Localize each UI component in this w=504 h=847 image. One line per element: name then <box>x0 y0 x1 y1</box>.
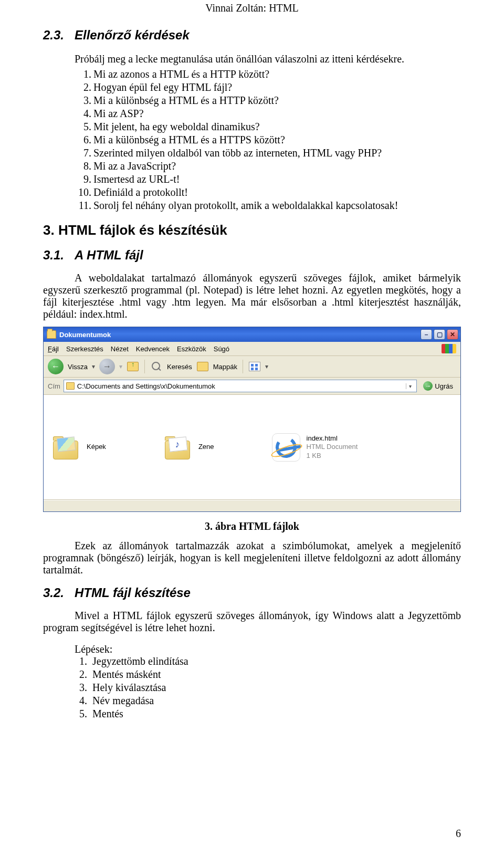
pictures-folder-icon <box>52 435 80 459</box>
file-size: 1 KB <box>307 452 358 460</box>
folder-icon <box>47 330 56 339</box>
go-label: Ugrás <box>435 382 453 390</box>
address-bar: Cím C:\Documents and Settings\x\Dokument… <box>44 378 460 395</box>
question-text: Mi az a JavaScript? <box>93 160 176 172</box>
question-item: 1.Mi az azonos a HTML és a HTTP között? <box>76 68 461 80</box>
maximize-button[interactable]: ▢ <box>434 329 445 340</box>
views-button[interactable] <box>248 361 261 372</box>
menu-favorites[interactable]: Kedvencek <box>136 345 170 353</box>
step-text: Jegyzettömb elindítása <box>92 655 188 667</box>
question-item: 5.Mit jelent, ha egy weboldal dinamikus? <box>76 121 461 133</box>
heading-3-number: 3. <box>43 222 55 238</box>
forward-button[interactable]: → <box>99 359 115 374</box>
file-item-index-html[interactable]: index.html HTML Document 1 KB <box>272 402 358 492</box>
step-item: 3.Hely kiválasztása <box>75 682 461 694</box>
address-input[interactable]: C:\Documents and Settings\x\Dokumentumok… <box>64 380 417 392</box>
back-dropdown[interactable]: ▾ <box>92 363 95 370</box>
windows-flag-icon <box>442 344 456 353</box>
question-text: Hogyan épül fel egy HTML fájl? <box>93 81 232 93</box>
question-item: 9.Ismertesd az URL-t! <box>76 173 461 185</box>
steps-list: 1.Jegyzettömb elindítása 2.Mentés máskén… <box>75 655 461 720</box>
go-arrow-icon: → <box>423 381 433 391</box>
folders-label[interactable]: Mappák <box>213 363 237 371</box>
menu-view[interactable]: Nézet <box>111 345 129 353</box>
explorer-window: Dokumentumok – ▢ ✕ Fájl Szerkesztés Néze… <box>43 327 461 512</box>
menu-help[interactable]: Súgó <box>214 345 229 353</box>
minimize-button[interactable]: – <box>421 329 432 340</box>
heading-3-2-number: 3.2. <box>43 585 75 600</box>
page-header-author: Vinnai Zoltán: HTML <box>43 2 461 14</box>
paragraph-3-2: Mivel a HTML fájlok egyszerű szöveges ál… <box>43 610 461 634</box>
views-dropdown[interactable]: ▾ <box>265 363 268 370</box>
question-text: Sorolj fel néhány olyan protokollt, amik… <box>93 200 398 211</box>
music-folder-icon <box>164 435 192 459</box>
question-item: 10.Definiáld a protokollt! <box>76 186 461 198</box>
ie-document-icon <box>272 433 300 462</box>
forward-dropdown[interactable]: ▾ <box>119 363 122 370</box>
question-item: 11.Sorolj fel néhány olyan protokollt, a… <box>76 200 461 212</box>
address-path: C:\Documents and Settings\x\Dokumentumok <box>77 382 406 390</box>
step-item: 4.Név megadása <box>75 695 461 707</box>
close-button[interactable]: ✕ <box>447 329 458 340</box>
page-number: 6 <box>456 828 461 840</box>
paragraph-after-figure: Ezek az állományok tartalmazzák azokat a… <box>43 540 461 576</box>
up-button[interactable] <box>127 361 139 372</box>
step-text: Mentés másként <box>92 668 161 680</box>
file-type: HTML Document <box>307 443 358 451</box>
heading-3-1-title: A HTML fájl <box>75 248 143 262</box>
paragraph-3-2-text: Mivel a HTML fájlok egyszerű szöveges ál… <box>43 610 461 633</box>
steps-label: Lépések: <box>75 643 461 655</box>
step-item: 2.Mentés másként <box>75 668 461 681</box>
file-name: index.html <box>307 434 358 443</box>
heading-2-3: 2.3.Ellenőrző kérdések <box>43 28 461 43</box>
question-text: Mi a különbség a HTML és a HTTPS között? <box>93 134 285 145</box>
heading-3-1: 3.1.A HTML fájl <box>43 248 461 263</box>
search-label[interactable]: Keresés <box>167 363 192 371</box>
question-list: 1.Mi az azonos a HTML és a HTTP között? … <box>76 68 461 212</box>
question-item: 6.Mi a különbség a HTML és a HTTPS közöt… <box>76 134 461 146</box>
heading-3-1-number: 3.1. <box>43 248 75 263</box>
step-text: Mentés <box>92 708 123 719</box>
step-text: Hely kiválasztása <box>92 682 166 693</box>
paragraph-3-1: A weboldalakat tartalmazó állományok egy… <box>43 272 461 320</box>
toolbar-separator <box>243 360 243 373</box>
heading-2-3-number: 2.3. <box>43 28 75 43</box>
figure-caption: 3. ábra HTML fájlok <box>43 520 461 532</box>
step-item: 5.Mentés <box>75 708 461 720</box>
question-item: 8.Mi az a JavaScript? <box>76 160 461 172</box>
menu-tools[interactable]: Eszközök <box>177 345 206 353</box>
window-titlebar[interactable]: Dokumentumok – ▢ ✕ <box>44 327 460 342</box>
question-item: 3.Mi a különbség a HTML és a HTTP között… <box>76 95 461 107</box>
question-item: 4.Mi az ASP? <box>76 108 461 120</box>
question-text: Szerinted milyen oldalból van több az in… <box>93 147 382 159</box>
question-text: Definiáld a protokollt! <box>93 186 188 198</box>
folder-item-pictures[interactable]: Képek <box>52 402 106 492</box>
toolbar-separator <box>144 360 145 373</box>
folders-icon[interactable] <box>196 361 209 372</box>
address-label: Cím <box>48 382 60 390</box>
step-text: Név megadása <box>92 695 154 706</box>
item-label: Zene <box>198 443 214 451</box>
heading-3: 3. HTML fájlok és készítésük <box>43 222 461 238</box>
menu-edit[interactable]: Szerkesztés <box>66 345 103 353</box>
go-button[interactable]: → Ugrás <box>420 380 456 392</box>
toolbar: ← Vissza ▾ → ▾ Keresés Mappák ▾ <box>44 356 460 378</box>
folder-item-music[interactable]: Zene <box>164 402 214 492</box>
question-text: Mit jelent, ha egy weboldal dinamikus? <box>93 121 260 132</box>
heading-2-3-title: Ellenőrző kérdések <box>75 28 190 42</box>
menu-file[interactable]: Fájl <box>48 345 59 353</box>
folder-content[interactable]: Képek Zene index.html HTML Document 1 KB <box>44 395 460 500</box>
address-dropdown[interactable]: ▾ <box>406 383 414 389</box>
question-text: Mi az ASP? <box>93 108 144 119</box>
question-text: Mi az azonos a HTML és a HTTP között? <box>93 68 269 80</box>
window-title: Dokumentumok <box>59 331 111 339</box>
heading-3-2: 3.2.HTML fájl készítése <box>43 585 461 600</box>
search-icon[interactable] <box>150 361 163 372</box>
back-button[interactable]: ← <box>48 359 64 374</box>
step-item: 1.Jegyzettömb elindítása <box>75 655 461 667</box>
question-item: 2.Hogyan épül fel egy HTML fájl? <box>76 81 461 93</box>
intro-paragraph: Próbálj meg a lecke megtanulása után öná… <box>75 53 461 65</box>
back-label[interactable]: Vissza <box>68 363 88 371</box>
question-text: Ismertesd az URL-t! <box>93 173 180 185</box>
folder-icon <box>66 382 75 390</box>
